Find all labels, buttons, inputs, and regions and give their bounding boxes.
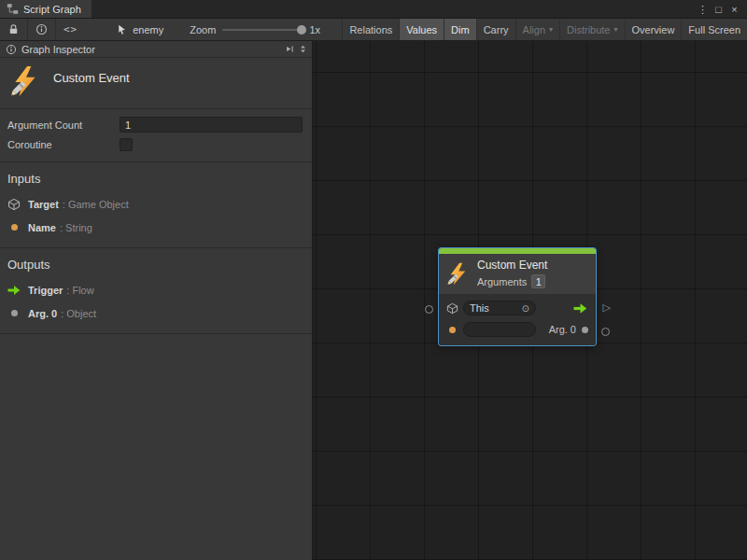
port-name: Name xyxy=(28,222,56,233)
target-dropdown[interactable]: This ⊙ xyxy=(463,301,536,315)
window-tab-bar: Script Graph ⋮ □ × xyxy=(0,0,747,19)
event-name-input[interactable] xyxy=(463,322,536,337)
custom-event-icon xyxy=(446,262,470,286)
graph-canvas[interactable]: Custom Event Arguments 1 This ⊙ xyxy=(313,41,747,560)
object-port-icon xyxy=(7,307,21,320)
inspector-empty-area xyxy=(0,334,312,560)
script-graph-window: Script Graph ⋮ □ × <> enemy Zoom 1 xyxy=(0,0,747,560)
overview-label: Overview xyxy=(632,24,675,35)
cursor-icon xyxy=(117,24,128,35)
inspector-title: Graph Inspector xyxy=(21,44,95,55)
chevron-down-icon: ▾ xyxy=(614,25,618,34)
arguments-label: Arguments xyxy=(477,276,527,287)
port-name: Trigger xyxy=(28,285,63,296)
event-header: Custom Event xyxy=(0,58,312,109)
port-name: Target xyxy=(28,199,59,210)
object-port-icon xyxy=(582,327,588,333)
string-port-icon xyxy=(7,221,21,234)
graph-inspector-header: Graph Inspector xyxy=(0,41,312,58)
info-icon xyxy=(6,44,17,55)
node-title: Custom Event xyxy=(477,259,547,272)
arg0-label: Arg. 0 xyxy=(549,324,576,335)
output-port-item: Arg. 0 : Object xyxy=(7,306,303,320)
tab-script-graph[interactable]: Script Graph xyxy=(0,0,92,18)
distribute-label: Distribute xyxy=(567,24,610,35)
spinner-icon[interactable] xyxy=(298,44,308,54)
string-port-icon xyxy=(446,323,458,336)
object-picker-icon[interactable]: ⊙ xyxy=(522,303,529,314)
port-type: : String xyxy=(60,222,92,233)
carry-label: Carry xyxy=(484,24,509,35)
window-menu-icon[interactable]: ⋮ xyxy=(695,0,711,19)
carry-button[interactable]: Carry xyxy=(476,19,515,40)
node-header-text: Custom Event Arguments 1 xyxy=(477,259,547,288)
code-icon: <> xyxy=(63,23,78,35)
port-type: : Game Object xyxy=(63,199,129,210)
info-icon xyxy=(35,23,48,35)
cube-icon xyxy=(446,301,458,315)
overview-button[interactable]: Overview xyxy=(625,19,682,40)
values-button[interactable]: Values xyxy=(399,19,444,40)
input-port-item: Name : String xyxy=(7,220,303,234)
custom-event-node[interactable]: Custom Event Arguments 1 This ⊙ xyxy=(439,248,596,345)
full-screen-label: Full Screen xyxy=(688,24,740,35)
zoom-slider[interactable] xyxy=(222,29,303,31)
custom-event-icon xyxy=(9,65,41,97)
close-icon[interactable]: × xyxy=(726,0,742,19)
event-settings: Argument Count Coroutine xyxy=(0,109,312,162)
lock-icon xyxy=(7,23,20,35)
coroutine-label: Coroutine xyxy=(7,139,120,150)
port-type: : Object xyxy=(61,308,96,319)
graph-toolbar: <> enemy Zoom 1x Relations Values Dim Ca… xyxy=(0,19,747,41)
arguments-count-badge[interactable]: 1 xyxy=(531,274,545,288)
input-port-item: Target : Game Object xyxy=(7,197,303,211)
dim-button[interactable]: Dim xyxy=(444,19,476,40)
trigger-flow-icon xyxy=(572,301,588,315)
inspector-toggle-button[interactable] xyxy=(28,19,55,40)
maximize-icon[interactable]: □ xyxy=(711,0,726,19)
chevron-down-icon: ▾ xyxy=(549,25,553,34)
graph-name: enemy xyxy=(133,24,163,35)
argument-count-row: Argument Count xyxy=(7,115,303,134)
graph-reference[interactable]: enemy xyxy=(117,19,163,40)
align-label: Align xyxy=(523,24,545,35)
relations-button[interactable]: Relations xyxy=(342,19,399,40)
node-arguments-row: Arguments 1 xyxy=(477,274,547,288)
target-value: This xyxy=(470,302,489,314)
dock-icon[interactable] xyxy=(285,44,295,54)
outputs-title: Outputs xyxy=(7,258,303,272)
distribute-button[interactable]: Distribute ▾ xyxy=(559,19,624,40)
zoom-slider-handle[interactable] xyxy=(297,25,306,35)
code-view-button[interactable]: <> xyxy=(56,19,85,40)
zoom-control: Zoom 1x xyxy=(190,19,320,40)
graph-inspector-panel: Graph Inspector Custom Event Argument Co… xyxy=(0,41,313,560)
output-port-item: Trigger : Flow xyxy=(7,283,303,297)
relations-label: Relations xyxy=(349,24,392,35)
node-header: Custom Event Arguments 1 xyxy=(439,254,596,294)
script-graph-icon xyxy=(7,3,19,15)
cube-icon xyxy=(7,198,21,211)
zoom-value: 1x xyxy=(309,24,320,35)
inputs-section: Inputs Target : Game Object Name : Strin… xyxy=(0,162,312,248)
full-screen-button[interactable]: Full Screen xyxy=(681,19,747,40)
main-area: Graph Inspector Custom Event Argument Co… xyxy=(0,41,747,560)
arg0-output-port[interactable] xyxy=(601,328,610,336)
target-input-port[interactable] xyxy=(425,305,433,314)
trigger-output-port[interactable]: ▷ xyxy=(603,301,611,313)
inspector-header-actions xyxy=(285,44,308,54)
port-name: Arg. 0 xyxy=(28,308,57,319)
argument-count-input[interactable] xyxy=(120,117,303,133)
tab-title: Script Graph xyxy=(23,4,81,15)
event-title: Custom Event xyxy=(53,71,130,97)
toolbar-buttons: Relations Values Dim Carry Align ▾ Distr… xyxy=(342,19,747,40)
window-controls: ⋮ □ × xyxy=(695,0,747,18)
inputs-title: Inputs xyxy=(7,172,303,186)
coroutine-checkbox[interactable] xyxy=(120,138,133,151)
align-button[interactable]: Align ▾ xyxy=(515,19,559,40)
lock-button[interactable] xyxy=(0,19,27,40)
target-row: This ⊙ xyxy=(446,300,588,316)
outputs-section: Outputs Trigger : Flow Arg. 0 : Object xyxy=(0,248,312,334)
name-row: Arg. 0 xyxy=(446,321,588,338)
zoom-label: Zoom xyxy=(190,24,216,35)
flow-arrow-icon xyxy=(7,284,21,297)
